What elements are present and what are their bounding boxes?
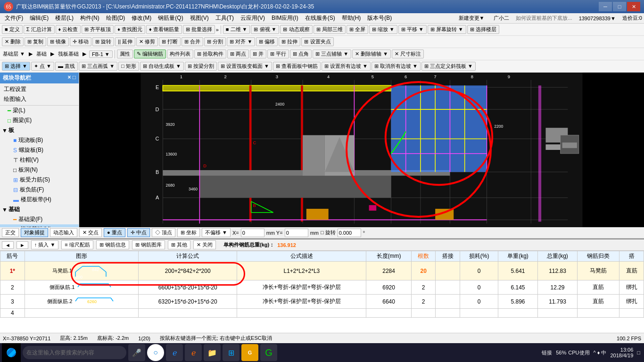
btn-raft-section[interactable]: ⊞ 设置筏板变截面 ▼ [218,62,272,71]
snap-coord[interactable]: ⊞ 坐标 [177,228,200,237]
btn-align-top[interactable]: ⊞ 齐平板顶 [82,25,114,34]
btn-top-view[interactable]: ⊞ 俯视 ▼ [251,25,279,34]
snap-vertex[interactable]: ◇ 顶点 [152,228,175,237]
btn-find-element[interactable]: ♦ 查找图元 [115,25,145,34]
element-select[interactable]: FB-1 ▼ [89,50,113,58]
btn-parallel2[interactable]: ⊞ 并 [250,49,266,58]
cell-id-1[interactable]: 1* [0,262,25,280]
sidebar-group-slab[interactable]: ▼ 板 [0,125,79,135]
snap-center[interactable]: ✛ 中点 [127,228,150,237]
taskbar-green-icon[interactable]: G [260,344,277,361]
x-input[interactable] [241,229,264,237]
sidebar-item-slab-hole[interactable]: □ 板洞(N) [0,165,79,175]
menu-online[interactable]: 在线服务(S) [302,13,338,23]
snap-ortho[interactable]: 正交 [2,228,19,237]
btn-select-floor[interactable]: ⊞ 选择楼层 [467,25,499,34]
snap-object[interactable]: 对象捕捉 [21,228,48,237]
sidebar-item-raft[interactable]: ▦ 筏板基础(M) [0,224,79,227]
notifications-icon[interactable]: □ [637,350,640,355]
btn-offset[interactable]: ⊞ 偏移 [256,37,278,46]
menu-gxe[interactable]: 广小二 [491,14,512,23]
btn-zoom[interactable]: ⊞ 缩放 ▼ [369,25,397,34]
menu-version[interactable]: 版本号(B) [364,13,395,23]
cell-id-3[interactable]: 3 [0,295,25,309]
taskbar-cortana-icon[interactable]: ○ [147,344,164,361]
menu-tools[interactable]: 工具(T) [213,13,237,23]
btn-rotate2[interactable]: ⊞ 旋转 [92,37,114,46]
taskbar-search[interactable] [23,346,126,359]
canvas-area[interactable]: E D C B A 1 2 3 4 5 6 7 8 9 2400 3920 13… [79,73,644,227]
btn-point-angle[interactable]: ⊞ 点角 [290,49,312,58]
taskbar-ie2-icon[interactable]: ℯ [185,344,202,361]
y-input[interactable] [285,229,308,237]
menu-help[interactable]: 帮助(H) [339,13,364,23]
sidebar-controls[interactable]: × □ [67,74,76,82]
snap-midpoint-btn[interactable]: ● 重点 [104,228,125,237]
sidebar-item-slab-rebar[interactable]: ⊞ 板受力筋(S) [0,175,79,185]
rotate-input[interactable] [338,229,361,237]
btn-move[interactable]: ✛ 移动 [70,37,91,46]
btn-extend[interactable]: || 延伸 [115,37,135,46]
sidebar-group-foundation[interactable]: ▼ 基础 [0,205,79,214]
menu-new-change[interactable]: 新建变更▼ [456,14,487,23]
snap-no-offset[interactable]: 不偏移 ▼ [202,228,231,237]
btn-insert[interactable]: ↑ 插入 ▼ [31,240,59,249]
menu-edit[interactable]: 编辑(E) [27,13,51,23]
btn-view-rebar[interactable]: ♦ 查看钢筋量 [146,25,182,34]
sidebar-item-neg-rebar[interactable]: ⊟ 板负筋(F) [0,185,79,195]
btn-nav-next[interactable]: ► [17,241,28,249]
menu-view[interactable]: 视图(V) [187,13,212,23]
btn-auto-slab[interactable]: ⊞ 自动生成板 ▼ [140,62,184,71]
btn-local-3d[interactable]: ⊞ 局部三维 [314,25,346,34]
btn-edit-rebar[interactable]: ✎ 编辑钢筋 [134,49,166,58]
menu-phone[interactable]: 13907298339▼ [576,15,619,22]
btn-merge[interactable]: ⊞ 合并 [182,37,203,46]
minimize-button[interactable]: ─ [599,2,612,11]
sidebar-item-cast-slab[interactable]: ■ 现浇板(B) [0,135,79,145]
btn-delete[interactable]: ✕ 删除 [2,37,24,46]
btn-3point-aux[interactable]: ⊞ 三点辅轴 ▼ [313,49,351,58]
menu-draw[interactable]: 绘图(D) [103,13,128,23]
sidebar-item-col-cap[interactable]: ⊤ 柱帽(V) [0,155,79,165]
menu-file[interactable]: 文件(F) [2,13,26,23]
sidebar-item-floor-band[interactable]: ▬ 楼层板带(H) [0,195,79,205]
menu-bim[interactable]: BIM应用(I) [269,13,301,23]
btn-define[interactable]: ■ 定义 [2,25,23,34]
taskbar-start[interactable] [2,343,21,362]
btn-rebar-lib[interactable]: ⊞ 钢筋图库 [132,240,165,249]
btn-two-point[interactable]: ⊞ 两点 [227,49,249,58]
lang-zh[interactable]: ^ ♦ 中 [594,349,607,356]
btn-break[interactable]: ⊞ 打断 [159,37,181,46]
menu-floor[interactable]: 楼层(L) [52,13,76,23]
btn-dynamic[interactable]: ⊞ 动态观察 [280,25,312,34]
sidebar-item-draw-input[interactable]: 绘图输入 [0,94,79,104]
btn-fullscreen[interactable]: ⊞ 全屏 [347,25,368,34]
btn-2d[interactable]: ■ 二维 ▼ [223,25,250,34]
menu-rebar[interactable]: 钢筋量(Q) [155,13,186,23]
btn-dimension2[interactable]: ✕ 尺寸标注 [392,49,424,58]
btn-select[interactable]: ⊞ 选择 ▼ [2,62,30,71]
menu-modify[interactable]: 修改(M) [129,13,154,23]
snap-intersect[interactable]: ✕ 交点 [79,228,102,237]
btn-rotate[interactable]: ⊞ 屏幕旋转 ▼ [428,25,466,34]
sidebar-item-project-settings[interactable]: 工程设置 [0,84,79,94]
btn-view-panel-rebar[interactable]: ⊞ 查看面板中钢筋 [273,62,321,71]
btn-split[interactable]: ⊞ 分割 [204,37,226,46]
btn-split-beam[interactable]: ⊞ 按梁分割 [185,62,217,71]
taskbar-ie-icon[interactable]: ℯ [166,344,183,361]
taskbar-folder-icon[interactable]: 📁 [204,344,221,361]
toolbar-more[interactable]: » [216,27,219,33]
btn-other[interactable]: ⊞ 其他 [168,240,190,249]
btn-copy[interactable]: ⊞ 复制 [25,37,46,46]
btn-mirror[interactable]: ⊞ 镜像 [47,37,69,46]
btn-set-edge-slope[interactable]: ⊞ 设置所有边坡 ▼ [322,62,371,71]
btn-grip[interactable]: ⊞ 设置夹点 [301,37,333,46]
btn-parallel[interactable]: ⊞ 平行 [267,49,289,58]
menu-cloud[interactable]: 云应用(V) [238,13,268,23]
btn-pick[interactable]: ⊞ 拾取构件 [194,49,226,58]
taskbar-ggj-icon[interactable]: G [241,344,258,361]
btn-cloud-check[interactable]: ♦ 云检查 [56,25,81,34]
btn-properties[interactable]: 属性 [117,49,133,58]
btn-point[interactable]: ✦ 点 ▼ [31,62,54,71]
btn-cancel-slope[interactable]: ⊞ 取消所有边坡 ▼ [372,62,421,71]
